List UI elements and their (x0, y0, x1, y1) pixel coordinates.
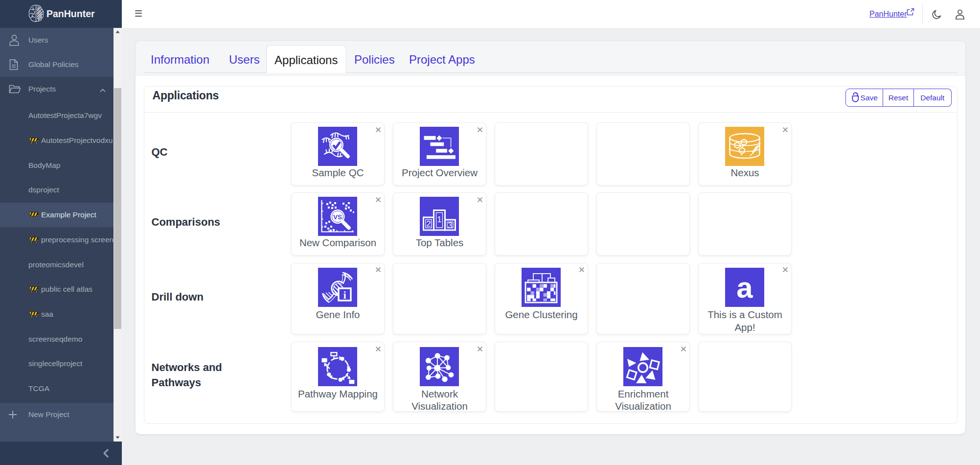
svg-text:i: i (343, 289, 346, 301)
svg-text:1: 1 (437, 215, 442, 224)
svg-text:VS: VS (333, 213, 342, 221)
svg-text:a: a (737, 271, 753, 304)
svg-text:3: 3 (448, 221, 453, 230)
svg-text:2: 2 (427, 220, 431, 228)
